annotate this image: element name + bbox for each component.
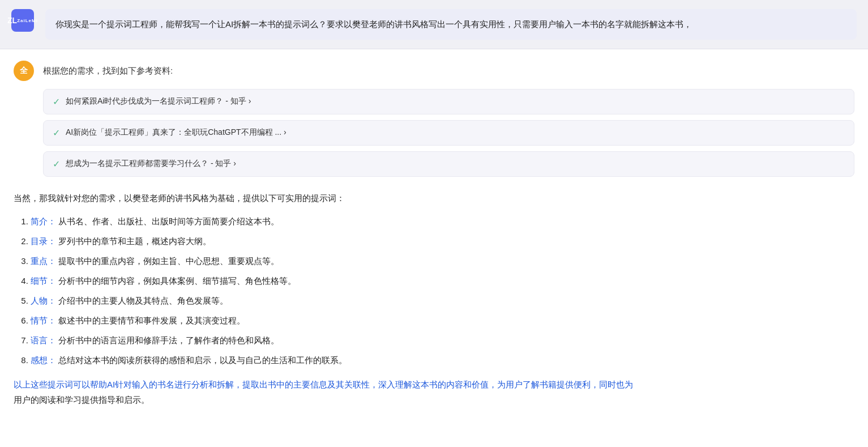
list-item-8: 感想： 总结对这本书的阅读所获得的感悟和启示，以及与自己的生活和工作的联系。 [31,352,854,368]
list-term-4: 细节： [31,276,56,286]
list-item-3: 重点： 提取书中的重点内容，例如主旨、中心思想、重要观点等。 [31,253,854,269]
logo-area: ZL ZaiLeMi [11,9,34,32]
main-content: 当然，那我就针对您的需求，以樊登老师的讲书风格为基础，提供以下可实用的提示词： … [0,185,868,419]
list-text-3: 提取书中的重点内容，例如主旨、中心思想、重要观点等。 [58,256,279,266]
check-icon-2: ✓ [53,127,60,138]
ref-card-2[interactable]: ✓ AI新岗位「提示工程师」真来了：全职玩ChatGPT不用编程 ... › [43,120,854,146]
closing-text: 以上这些提示词可以帮助AI针对输入的书名进行分析和拆解，提取出书中的主要信息及其… [14,377,854,407]
list-item-2: 目录： 罗列书中的章节和主题，概述内容大纲。 [31,233,854,249]
list-item-4: 细节： 分析书中的细节内容，例如具体案例、细节描写、角色性格等。 [31,273,854,288]
list-text-6: 叙述书中的主要情节和事件发展，及其演变过程。 [58,316,245,325]
check-icon-3: ✓ [53,159,60,169]
user-query-bubble: 你现实是一个提示词工程师，能帮我写一个让AI拆解一本书的提示词么？要求以樊登老师… [45,9,857,40]
ref-card-2-text: AI新岗位「提示工程师」真来了：全职玩ChatGPT不用编程 ... › [66,127,845,138]
all-badge-row: 全 根据您的需求，找到如下参考资料: [0,49,868,81]
list-item-1: 简介： 从书名、作者、出版社、出版时间等方面简要介绍这本书。 [31,214,854,229]
list-term-5: 人物： [31,296,56,305]
list-term-3: 重点： [31,256,56,266]
list-text-2: 罗列书中的章节和主题，概述内容大纲。 [58,236,211,246]
list-item-7: 语言： 分析书中的语言运用和修辞手法，了解作者的特色和风格。 [31,333,854,348]
references-intro: 根据您的需求，找到如下参考资料: [43,61,173,78]
page-container: ZL ZaiLeMi 你现实是一个提示词工程师，能帮我写一个让AI拆解一本书的提… [0,0,868,447]
top-bar: ZL ZaiLeMi 你现实是一个提示词工程师，能帮我写一个让AI拆解一本书的提… [0,0,868,49]
ref-card-3-text: 想成为一名提示工程师都需要学习什么？ - 知乎 › [66,159,845,169]
check-icon-1: ✓ [53,96,60,107]
list-term-8: 感想： [31,355,56,365]
user-query-text: 你现实是一个提示词工程师，能帮我写一个让AI拆解一本书的提示词么？要求以樊登老师… [55,19,692,29]
numbered-list: 简介： 从书名、作者、出版社、出版时间等方面简要介绍这本书。 目录： 罗列书中的… [31,214,854,368]
list-item-5: 人物： 介绍书中的主要人物及其特点、角色发展等。 [31,293,854,308]
list-term-6: 情节： [31,316,56,325]
reference-cards-list: ✓ 如何紧跟Ai时代步伐成为一名提示词工程师？ - 知乎 › ✓ AI新岗位「提… [0,81,868,185]
logo-icon: ZL ZaiLeMi [11,9,34,32]
list-item-6: 情节： 叙述书中的主要情节和事件发展，及其演变过程。 [31,313,854,328]
all-badge: 全 [14,61,34,81]
list-text-1: 从书名、作者、出版社、出版时间等方面简要介绍这本书。 [58,216,279,226]
list-term-1: 简介： [31,216,56,226]
response-intro-text: 当然，那我就针对您的需求，以樊登老师的讲书风格为基础，提供以下可实用的提示词： [14,193,345,203]
list-term-2: 目录： [31,236,56,246]
list-text-8: 总结对这本书的阅读所获得的感悟和启示，以及与自己的生活和工作的联系。 [58,355,347,365]
logo-text: ZL [7,16,17,25]
logo-subtext: ZaiLeMi [17,18,38,23]
list-text-7: 分析书中的语言运用和修辞手法，了解作者的特色和风格。 [58,335,279,345]
ref-card-1-text: 如何紧跟Ai时代步伐成为一名提示词工程师？ - 知乎 › [66,96,845,107]
all-badge-label: 全 [20,66,28,76]
list-text-4: 分析书中的细节内容，例如具体案例、细节描写、角色性格等。 [58,276,296,286]
response-area: 全 根据您的需求，找到如下参考资料: ✓ 如何紧跟Ai时代步伐成为一名提示词工程… [0,49,868,448]
ref-card-3[interactable]: ✓ 想成为一名提示工程师都需要学习什么？ - 知乎 › [43,151,854,177]
closing-normal-text: 用户的阅读和学习提供指导和启示。 [14,395,149,405]
references-intro-text: 根据您的需求，找到如下参考资料: [43,66,173,75]
ref-card-1[interactable]: ✓ 如何紧跟Ai时代步伐成为一名提示词工程师？ - 知乎 › [43,89,854,114]
response-intro: 当然，那我就针对您的需求，以樊登老师的讲书风格为基础，提供以下可实用的提示词： [14,190,854,206]
list-text-5: 介绍书中的主要人物及其特点、角色发展等。 [58,296,228,305]
closing-blue-text: 以上这些提示词可以帮助AI针对输入的书名进行分析和拆解，提取出书中的主要信息及其… [14,380,633,389]
list-term-7: 语言： [31,335,56,345]
